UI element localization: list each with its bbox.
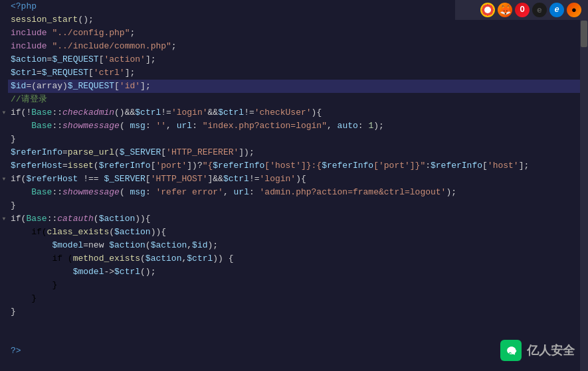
line-14: ▼ if($referHost !== $_SERVER['HTTP_HOST'… <box>0 173 580 186</box>
line-21: $model->$ctrl(); <box>0 265 580 279</box>
content-3: include "../config.php"; <box>8 27 580 40</box>
line-9: ▼ if(!Base::checkadmin()&&$ctrl!='login'… <box>0 106 580 119</box>
line-24: } <box>0 305 580 319</box>
gutter-2 <box>0 13 8 27</box>
gutter-19 <box>0 239 8 252</box>
gutter-15 <box>0 186 8 199</box>
content-20: if (method_exists($action,$ctrl)) { <box>8 252 580 265</box>
content-6: $ctrl=$_REQUEST['ctrl']; <box>8 66 580 80</box>
line-6: $ctrl=$_REQUEST['ctrl']; <box>0 66 580 80</box>
content-25 <box>8 319 580 345</box>
content-23: } <box>8 292 580 305</box>
line-25 <box>0 319 580 345</box>
gutter-23 <box>0 292 8 305</box>
line-13: $referHost=isset($referInfo['port'])?"{$… <box>0 159 580 173</box>
code-editor: <?php session_start(); include "../confi… <box>0 0 580 371</box>
line-20: if (method_exists($action,$ctrl)) { <box>0 252 580 265</box>
content-21: $model->$ctrl(); <box>8 265 580 279</box>
line-15: Base::showmessage( msg: 'refer error', u… <box>0 186 580 199</box>
other-browser-icon[interactable]: ● <box>567 3 581 17</box>
content-7: $id=(array)$_REQUEST['id']; <box>8 80 580 93</box>
content-12: $referInfo=parse_url($_SERVER['HTTP_REFE… <box>8 146 580 159</box>
gutter-10 <box>0 119 8 133</box>
gutter-6 <box>0 66 8 80</box>
gutter-13 <box>0 159 8 173</box>
gutter-21 <box>0 265 8 279</box>
watermark-text: 亿人安全 <box>527 342 575 358</box>
line-22: } <box>0 279 580 292</box>
gutter-9: ▼ <box>0 106 8 119</box>
gutter-16 <box>0 199 8 212</box>
ie-icon[interactable]: e <box>549 3 564 17</box>
content-15: Base::showmessage( msg: 'refer error', u… <box>8 186 580 199</box>
gutter-17: ▼ <box>0 212 8 226</box>
content-4: include "../include/common.php"; <box>8 40 580 53</box>
content-close: ?> <box>8 344 580 358</box>
content-19: $model=new $action($action,$id); <box>8 239 580 252</box>
line-18: if(class_exists($action)){ <box>0 226 580 239</box>
content-8: //请登录 <box>8 93 580 106</box>
line-3: include "../config.php"; <box>0 27 580 40</box>
content-24: } <box>8 305 580 319</box>
gutter-12 <box>0 146 8 159</box>
content-16: } <box>8 199 580 212</box>
gutter-7 <box>0 80 8 93</box>
content-11: } <box>8 133 580 146</box>
gutter-3 <box>0 27 8 40</box>
content-13: $referHost=isset($referInfo['port'])?"{$… <box>8 159 580 173</box>
line-23: } <box>0 292 580 305</box>
gutter-22 <box>0 279 8 292</box>
chrome-icon[interactable] <box>480 3 495 17</box>
content-5: $action=$_REQUEST['action']; <box>8 53 580 66</box>
gutter-close <box>0 344 8 358</box>
line-7: $id=(array)$_REQUEST['id']; <box>0 80 580 93</box>
content-9: if(!Base::checkadmin()&&$ctrl!='login'&&… <box>8 106 580 119</box>
content-10: Base::showmessage( msg: '', url: "index.… <box>8 119 580 133</box>
fold-arrow-17[interactable]: ▼ <box>1 216 7 222</box>
editor-container: 🦊 O e e ● <?php session_start(); in <box>0 0 588 371</box>
gutter-18 <box>0 226 8 239</box>
gutter-20 <box>0 252 8 265</box>
fold-arrow-14[interactable]: ▼ <box>1 176 7 183</box>
scrollbar-thumb[interactable] <box>581 21 587 47</box>
gutter-1 <box>0 0 8 13</box>
gutter-11 <box>0 133 8 146</box>
opera-icon[interactable]: O <box>515 3 530 17</box>
browser-toolbar: 🦊 O e e ● <box>455 0 588 20</box>
content-18: if(class_exists($action)){ <box>8 226 580 239</box>
line-11: } <box>0 133 580 146</box>
gutter-5 <box>0 53 8 66</box>
line-12: $referInfo=parse_url($_SERVER['HTTP_REFE… <box>0 146 580 159</box>
line-4: include "../include/common.php"; <box>0 40 580 53</box>
watermark: 亿人安全 <box>500 340 575 361</box>
scrollbar[interactable] <box>580 20 588 371</box>
line-19: $model=new $action($action,$id); <box>0 239 580 252</box>
line-17: ▼ if(Base::catauth($action)){ <box>0 212 580 226</box>
gutter-25 <box>0 319 8 345</box>
content-22: } <box>8 279 580 292</box>
edge-dark-icon[interactable]: e <box>532 3 547 17</box>
content-17: if(Base::catauth($action)){ <box>8 212 580 226</box>
line-5: $action=$_REQUEST['action']; <box>0 53 580 66</box>
line-16: } <box>0 199 580 212</box>
gutter-14: ▼ <box>0 173 8 186</box>
line-8: //请登录 <box>0 93 580 106</box>
gutter-24 <box>0 305 8 319</box>
content-14: if($referHost !== $_SERVER['HTTP_HOST']&… <box>8 173 580 186</box>
wechat-icon <box>500 340 522 361</box>
gutter-8 <box>0 93 8 106</box>
line-10: Base::showmessage( msg: '', url: "index.… <box>0 119 580 133</box>
fold-arrow-9[interactable]: ▼ <box>1 110 7 116</box>
gutter-4 <box>0 40 8 53</box>
line-close: ?> <box>0 344 580 358</box>
firefox-icon[interactable]: 🦊 <box>498 3 512 17</box>
